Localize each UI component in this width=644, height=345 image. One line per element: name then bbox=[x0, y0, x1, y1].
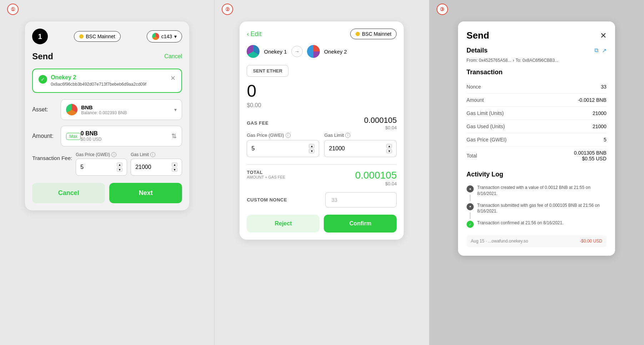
gas-limit-input-2[interactable]: 21000 ▲ ▼ bbox=[324, 140, 397, 157]
total-value: 0.000105 bbox=[355, 170, 397, 181]
amount-values: 0 BNB $0.00 USD bbox=[81, 130, 171, 142]
activity-item-3: ✓ Transaction confirmed at 21:56 on 8/16… bbox=[467, 217, 607, 231]
gas-limit-field-2: Gas Limit i 21000 ▲ ▼ bbox=[324, 132, 397, 157]
gas-price-field: Gas Price (GWEI) i 5 ▲ ▼ bbox=[76, 152, 127, 176]
edit-header: ‹ Edit BSC Mainnet bbox=[247, 29, 397, 39]
amount-label: Amount: bbox=[32, 133, 57, 139]
max-badge[interactable]: Max bbox=[66, 133, 81, 140]
asset-balance: Balance: 0.002393 BNB bbox=[81, 110, 171, 115]
panel-1: 1 BSC Mainnet c143 ▾ Send Cancel ✓ bbox=[25, 21, 189, 210]
amount-big: 0 bbox=[247, 81, 397, 101]
amount-row: Amount: Max 0 BNB $0.00 USD ⇅ bbox=[32, 126, 182, 146]
swap-icon[interactable]: ⇅ bbox=[171, 132, 177, 140]
account1-name: Onekey 1 bbox=[264, 49, 287, 55]
spinner-down-3[interactable]: ▼ bbox=[309, 149, 315, 153]
activity-text-1: Transaction created with a value of 0.00… bbox=[477, 185, 607, 197]
gas-limit-input[interactable]: 21000 ▲ ▼ bbox=[131, 159, 182, 176]
accounts-row: Onekey 1 → Onekey 2 bbox=[247, 45, 397, 58]
details-title: Details bbox=[467, 47, 488, 54]
close-button[interactable]: ✕ bbox=[600, 31, 607, 40]
activity-dot-3: ✓ bbox=[467, 221, 474, 228]
network-badge-2[interactable]: BSC Mainnet bbox=[350, 29, 397, 39]
asset-info: BNB Balance: 0.002393 BNB bbox=[81, 104, 171, 115]
info-icon-4: i bbox=[345, 133, 350, 138]
spinner-up-3[interactable]: ▲ bbox=[309, 144, 315, 148]
account-badge[interactable]: c143 ▾ bbox=[147, 30, 182, 42]
gas-limit-detail-row: Gas Limit (Units) 21000 bbox=[467, 107, 607, 120]
gas-price-label-2: Gas Price (GWEI) bbox=[247, 132, 284, 138]
footer-amount: -$0.00 USD bbox=[580, 239, 602, 244]
spinner-up-2[interactable]: ▲ bbox=[172, 162, 177, 167]
spinner-up-4[interactable]: ▲ bbox=[386, 144, 392, 148]
gas-fee-usd: $0.04 bbox=[364, 125, 397, 130]
confirm-button[interactable]: Confirm bbox=[324, 215, 397, 232]
spinner-up[interactable]: ▲ bbox=[117, 162, 122, 167]
spinner-down-4[interactable]: ▼ bbox=[386, 149, 392, 153]
amount-input[interactable]: Max 0 BNB $0.00 USD ⇅ bbox=[61, 126, 182, 146]
total-usd: $0.04 bbox=[355, 181, 397, 186]
copy-icon[interactable]: ⧉ bbox=[594, 47, 598, 54]
amount-usd: $0.00 USD bbox=[81, 137, 171, 142]
gas-limit-value: 21000 bbox=[135, 164, 151, 170]
network-dot-2 bbox=[356, 32, 360, 36]
account2-name: Onekey 2 bbox=[324, 49, 347, 55]
asset-name: BNB bbox=[81, 104, 171, 110]
title-row: Send Cancel bbox=[32, 51, 182, 61]
step-badge-3: ③ bbox=[437, 4, 448, 15]
edit-label: Edit bbox=[250, 30, 261, 38]
nonce-val: 33 bbox=[601, 84, 607, 90]
gas-price-input[interactable]: 5 ▲ ▼ bbox=[76, 159, 127, 176]
activity-item-1: ✦ Transaction created with a value of 0.… bbox=[467, 182, 607, 200]
chevron-down-icon: ▾ bbox=[174, 34, 177, 39]
total-sublabel: AMOUNT + GAS FEE bbox=[247, 175, 285, 179]
nonce-input[interactable] bbox=[325, 192, 397, 208]
amount-key: Amount bbox=[467, 97, 484, 103]
gas-limit-val-2: 21000 bbox=[329, 145, 345, 152]
amount-val: -0.0012 BNB bbox=[578, 97, 607, 103]
chevron-down-icon: ▾ bbox=[174, 107, 177, 112]
close-icon[interactable]: ✕ bbox=[170, 74, 176, 82]
sent-ether-badge: SENT ETHER bbox=[247, 65, 288, 77]
gas-price-input-2[interactable]: 5 ▲ ▼ bbox=[247, 140, 319, 157]
external-link-icon[interactable]: ↗ bbox=[602, 47, 607, 54]
gas-inputs-row: Gas Price (GWEI) i 5 ▲ ▼ Gas Limit i bbox=[247, 132, 397, 157]
gas-limit-label-2: Gas Limit bbox=[324, 132, 344, 138]
nonce-row: CUSTOM NONCE bbox=[247, 192, 397, 208]
page-title: Send bbox=[32, 51, 53, 61]
reject-button[interactable]: Reject bbox=[247, 215, 320, 232]
details-header: Details ⧉ ↗ bbox=[467, 47, 607, 54]
check-icon: ✓ bbox=[39, 75, 47, 84]
asset-select[interactable]: BNB Balance: 0.002393 BNB ▾ bbox=[61, 99, 182, 120]
footer-bar: Aug 15 · ...owafund.onekey.so -$0.00 USD bbox=[467, 235, 607, 247]
spinner-down-2[interactable]: ▼ bbox=[172, 168, 177, 172]
gas-fee-row: GAS FEE 0.000105 $0.04 bbox=[247, 116, 397, 130]
network-badge[interactable]: BSC Mainnet bbox=[74, 31, 120, 42]
activity-text-3: Transaction confirmed at 21:56 on 8/16/2… bbox=[477, 220, 564, 226]
info-icon-2: i bbox=[150, 152, 155, 157]
gas-price-value: 5 bbox=[80, 164, 84, 170]
asset-label: Asset: bbox=[32, 106, 57, 113]
next-button[interactable]: Next bbox=[109, 183, 182, 203]
gas-used-val: 21000 bbox=[593, 124, 607, 129]
footer-date: Aug 15 · ...owafund.onekey.so bbox=[471, 239, 528, 244]
gas-fee-label: GAS FEE bbox=[247, 120, 268, 126]
nonce-label: CUSTOM NONCE bbox=[247, 197, 287, 202]
spinner-down[interactable]: ▼ bbox=[117, 168, 122, 172]
recipient-address: 0x8ac6f96cbb3b492d07e713f7bebeb6d9aa2cd0… bbox=[51, 82, 146, 87]
gas-limit-key: Gas Limit (Units) bbox=[467, 110, 504, 116]
panel-3: Send ✕ Details ⧉ ↗ From: 0x4525765A58...… bbox=[458, 21, 615, 256]
cancel-button[interactable]: Cancel bbox=[32, 183, 105, 203]
cancel-link[interactable]: Cancel bbox=[164, 53, 182, 60]
fee-fields: Gas Price (GWEI) i 5 ▲ ▼ bbox=[76, 152, 182, 176]
gas-limit-label: Gas Limit bbox=[131, 152, 149, 157]
spinner: ▲ ▼ bbox=[117, 162, 122, 172]
step-badge-2: ② bbox=[222, 4, 233, 15]
arrow-icon: › bbox=[513, 58, 514, 63]
edit-back[interactable]: ‹ Edit bbox=[247, 30, 261, 38]
back-arrow-icon: ‹ bbox=[247, 30, 249, 38]
tx-fee-section: Transaction Fee: Gas Price (GWEI) i 5 ▲ … bbox=[32, 152, 182, 176]
account-name: c143 bbox=[161, 34, 172, 39]
avatar-2 bbox=[307, 45, 320, 58]
total-key: Total bbox=[467, 153, 477, 159]
amount-usd2: $0.00 bbox=[247, 102, 397, 109]
